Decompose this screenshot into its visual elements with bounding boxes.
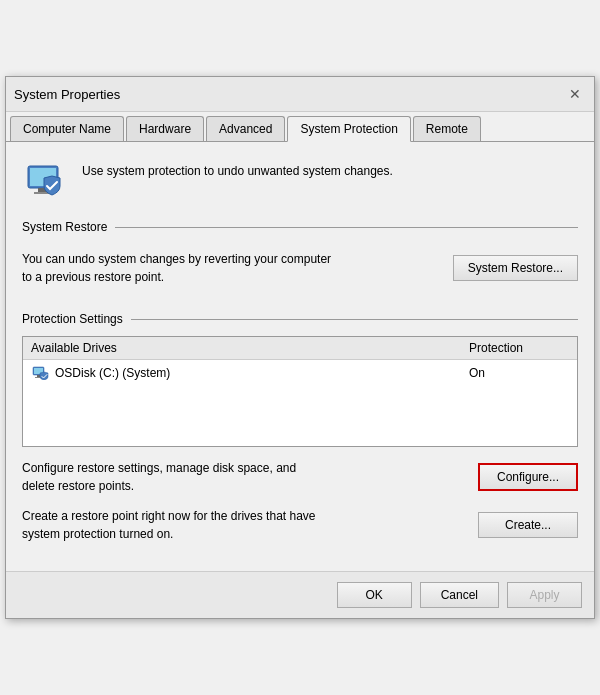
cancel-button[interactable]: Cancel (420, 582, 499, 608)
tab-system-protection[interactable]: System Protection (287, 116, 410, 142)
window-title: System Properties (14, 87, 120, 102)
protection-settings-title: Protection Settings (22, 312, 578, 326)
create-row: Create a restore point right now for the… (22, 507, 578, 543)
drives-table-header: Available Drives Protection (23, 337, 577, 360)
col-protection-header: Protection (469, 341, 569, 355)
ok-button[interactable]: OK (337, 582, 412, 608)
tab-advanced[interactable]: Advanced (206, 116, 285, 141)
tab-hardware[interactable]: Hardware (126, 116, 204, 141)
svg-rect-6 (37, 375, 40, 377)
system-restore-title: System Restore (22, 220, 578, 234)
tab-computer-name[interactable]: Computer Name (10, 116, 124, 141)
configure-button[interactable]: Configure... (478, 463, 578, 491)
system-protection-icon (22, 156, 70, 204)
tab-remote[interactable]: Remote (413, 116, 481, 141)
system-restore-row: You can undo system changes by reverting… (22, 244, 578, 292)
drive-name: OSDisk (C:) (System) (55, 366, 170, 380)
header-description: Use system protection to undo unwanted s… (82, 156, 393, 180)
apply-button[interactable]: Apply (507, 582, 582, 608)
system-restore-button[interactable]: System Restore... (453, 255, 578, 281)
create-description: Create a restore point right now for the… (22, 507, 332, 543)
configure-description: Configure restore settings, manage disk … (22, 459, 332, 495)
close-button[interactable]: ✕ (564, 83, 586, 105)
col-drives-header: Available Drives (31, 341, 469, 355)
system-properties-window: System Properties ✕ Computer Name Hardwa… (5, 76, 595, 619)
drives-table-empty-space (23, 386, 577, 446)
protection-settings-section: Protection Settings Available Drives Pro… (22, 312, 578, 543)
configure-row: Configure restore settings, manage disk … (22, 459, 578, 495)
system-restore-section: System Restore You can undo system chang… (22, 220, 578, 292)
protection-status-cell: On (469, 366, 569, 380)
system-restore-description: You can undo system changes by reverting… (22, 250, 332, 286)
tab-bar: Computer Name Hardware Advanced System P… (6, 112, 594, 142)
drives-table: Available Drives Protection (22, 336, 578, 447)
header-section: Use system protection to undo unwanted s… (22, 156, 578, 204)
bottom-bar: OK Cancel Apply (6, 571, 594, 618)
system-icon-svg (24, 158, 68, 202)
table-row[interactable]: OSDisk (C:) (System) On (23, 360, 577, 386)
drive-icon (31, 365, 51, 381)
create-button[interactable]: Create... (478, 512, 578, 538)
tab-content: Use system protection to undo unwanted s… (6, 142, 594, 571)
title-bar: System Properties ✕ (6, 77, 594, 112)
drive-name-cell: OSDisk (C:) (System) (31, 365, 469, 381)
